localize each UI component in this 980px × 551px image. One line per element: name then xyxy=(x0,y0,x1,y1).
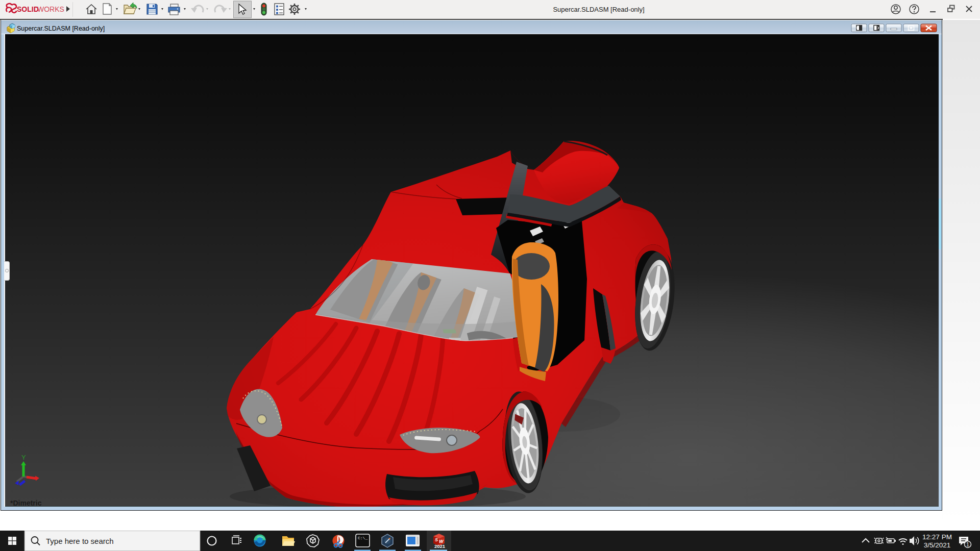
svg-text:3/5/2021: 3/5/2021 xyxy=(924,541,951,549)
svg-text:12:27 PM: 12:27 PM xyxy=(922,533,952,541)
svg-text:2021: 2021 xyxy=(434,543,446,549)
svg-text:1: 1 xyxy=(966,541,969,547)
svg-text:Supercar.SLDASM [Read-only]: Supercar.SLDASM [Read-only] xyxy=(17,25,105,32)
svg-text:S: S xyxy=(435,537,438,542)
svg-text:*Dimetric: *Dimetric xyxy=(10,499,42,507)
svg-text:Y: Y xyxy=(21,454,26,461)
svg-text:C:\_: C:\_ xyxy=(358,536,368,540)
svg-text:Supercar.SLDASM [Read-only]: Supercar.SLDASM [Read-only] xyxy=(553,6,644,13)
svg-text:Type here to search: Type here to search xyxy=(46,537,114,545)
svg-text:WORKS: WORKS xyxy=(37,5,64,13)
svg-text:SOLID: SOLID xyxy=(17,5,39,13)
